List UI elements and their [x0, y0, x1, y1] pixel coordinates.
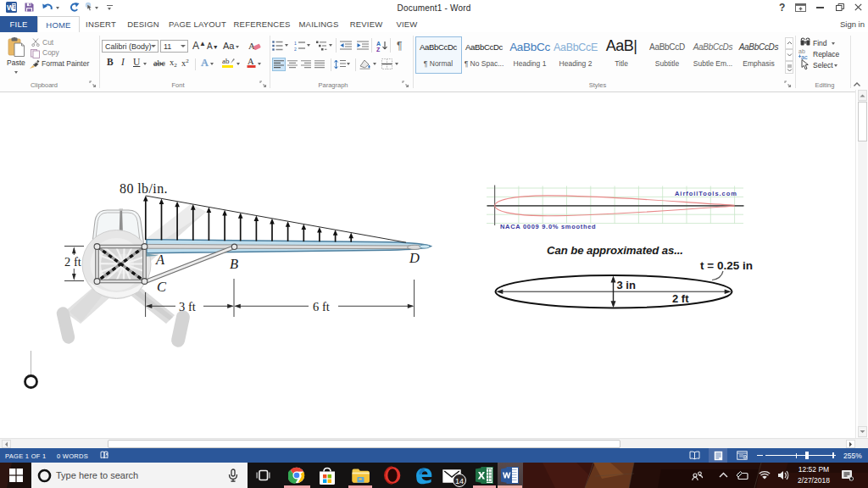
svg-text:3 ft: 3 ft — [179, 300, 196, 313]
svg-text:A: A — [155, 252, 165, 268]
svg-text:A: A — [376, 41, 381, 47]
svg-text:t = 0.25 in: t = 0.25 in — [700, 259, 753, 272]
svg-text:1: 1 — [294, 41, 297, 46]
svg-text:B: B — [230, 256, 238, 272]
svg-text:6 ft: 6 ft — [313, 300, 330, 313]
svg-text:Z: Z — [376, 47, 381, 52]
svg-text:2 ft: 2 ft — [64, 255, 81, 269]
svg-text:NACA 0009 9.0% smoothed: NACA 0009 9.0% smoothed — [500, 223, 596, 230]
svg-text:Can be approximated as...: Can be approximated as... — [547, 244, 683, 257]
svg-text:2: 2 — [294, 47, 297, 52]
svg-text:AirfoilTools.com: AirfoilTools.com — [675, 190, 737, 197]
svg-text:C: C — [157, 279, 167, 295]
svg-text:A: A — [248, 57, 254, 66]
svg-text:3 in: 3 in — [617, 279, 636, 291]
svg-text:ab: ab — [222, 57, 230, 65]
svg-text:A: A — [248, 41, 255, 51]
svg-text:80 lb/in.: 80 lb/in. — [120, 181, 168, 196]
svg-text:2 ft: 2 ft — [672, 292, 689, 305]
svg-text:D: D — [409, 250, 420, 266]
